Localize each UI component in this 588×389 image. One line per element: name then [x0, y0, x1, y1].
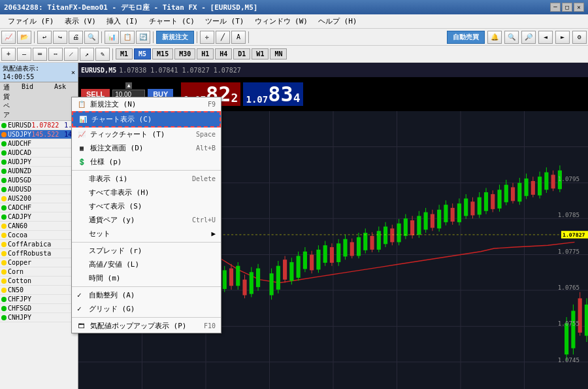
zoom-chart-button[interactable]: 🔍 — [504, 31, 519, 44]
sep2 — [101, 31, 102, 43]
new-order-button[interactable]: 新規注文 — [156, 31, 194, 44]
period-m5[interactable]: M5 — [134, 48, 151, 59]
period-h1[interactable]: H1 — [197, 48, 214, 59]
ctx-new-order[interactable]: 📋 新規注文 (N) F9 — [72, 97, 221, 111]
redo-button[interactable]: ↪ — [53, 31, 67, 44]
period-d1[interactable]: D1 — [233, 48, 250, 59]
period-h4[interactable]: H4 — [215, 48, 232, 59]
new-chart-button[interactable]: 📈 — [1, 31, 16, 44]
undo-button[interactable]: ↩ — [37, 31, 52, 44]
text-button[interactable]: A — [231, 31, 246, 44]
quote-row-chfsgd[interactable]: CHFSGD — [0, 304, 78, 313]
menu-view[interactable]: 表示 (V) — [59, 15, 102, 27]
quote-row-corn[interactable]: Corn — [0, 267, 78, 277]
zoom-in-button[interactable]: 🔍 — [84, 31, 99, 44]
quote-row-cocoa[interactable]: Cocoa — [0, 231, 78, 240]
ctx-depth[interactable]: ▦ 板注文画面 (D) Alt+B — [72, 141, 221, 155]
menu-tools[interactable]: ツール (T) — [200, 15, 250, 27]
lot-up-button[interactable]: ▲ — [125, 82, 132, 89]
close-button[interactable]: ✕ — [574, 3, 584, 12]
quote-row-audjpy[interactable]: AUDJPY — [0, 158, 78, 167]
quote-row-coffarabica[interactable]: CoffArabica — [0, 240, 78, 249]
quote-row-can60[interactable]: CAN60 — [0, 222, 78, 231]
ctx-time[interactable]: 時間 (m) — [72, 271, 221, 285]
scroll-left-button[interactable]: ◄ — [538, 31, 553, 44]
quote-row-aus200[interactable]: AUS200 — [0, 194, 78, 203]
ctx-show-all[interactable]: すべて表示 (S) — [72, 199, 221, 213]
quote-row-copper[interactable]: Copper — [0, 258, 78, 267]
period-m15[interactable]: M15 — [152, 48, 173, 59]
open-button[interactable]: 📂 — [17, 31, 31, 44]
currency-label: CN50 — [1, 286, 24, 294]
quote-row-audusd[interactable]: AUDUSD — [0, 185, 78, 194]
chart-icon: 📊 — [78, 115, 88, 124]
ctx-highlow-label: 高値/安値 (L) — [89, 260, 139, 269]
autotrade-button[interactable]: 自動売買 — [447, 31, 485, 44]
ctx-highlow[interactable]: 高値/安値 (L) — [72, 258, 221, 271]
minimize-button[interactable]: ─ — [550, 3, 561, 12]
ctx-chart-view[interactable]: 📊 チャート表示 (C) — [72, 111, 221, 127]
ctx-pair[interactable]: 通貨ペア (y) Ctrl+U — [72, 213, 221, 227]
alert-button[interactable]: 🔔 — [487, 31, 502, 44]
menu-chart[interactable]: チャート (C) — [144, 15, 201, 27]
ctx-grid-label: グリッド (G) — [89, 304, 135, 314]
quote-row-audsgd[interactable]: AUDSGD — [0, 176, 78, 185]
status-dot — [1, 224, 7, 229]
maximize-button[interactable]: □ — [562, 3, 572, 12]
channel-button[interactable]: ⟋ — [64, 48, 78, 61]
ctx-auto-arrange[interactable]: ✓ 自動整列 (A) — [72, 288, 221, 302]
draw-button[interactable]: + — [1, 48, 16, 61]
ctx-set[interactable]: セット ▶ — [72, 227, 221, 241]
ctx-popup[interactable]: 🗔 気配値ポップアップ表示 (P) F10 — [72, 319, 221, 333]
menu-insert[interactable]: 挿入 (I) — [101, 15, 144, 27]
quote-row-usdjpy[interactable]: USDJPY 145.522 145.534 — [0, 130, 78, 139]
line-button[interactable]: ╱ — [216, 31, 230, 44]
quote-row-eurusd[interactable]: EURUSD 1.07822 1.07834 — [0, 121, 78, 130]
line-tool-button[interactable]: — — [17, 48, 31, 61]
template-button[interactable]: 📋 — [120, 31, 135, 44]
crosshair-button[interactable]: ✛ — [200, 31, 214, 44]
quote-row-cadjpy[interactable]: CADJPY — [0, 212, 78, 222]
quote-row-cnhjpy[interactable]: CNHJPY — [0, 313, 78, 322]
col-currency: 通貨ペア — [1, 83, 11, 120]
label-button[interactable]: ✎ — [95, 48, 110, 61]
ctx-grid[interactable]: ✓ グリッド (G) — [72, 302, 221, 316]
quote-row-audnzd[interactable]: AUDNZD — [0, 167, 78, 176]
ctx-hide[interactable]: 非表示 (i) Delete — [72, 172, 221, 186]
period-m1[interactable]: M1 — [116, 48, 133, 59]
ctx-tick-chart[interactable]: 📈 ティックチャート (T) Space — [72, 127, 221, 141]
col-bid: Bid — [11, 83, 44, 120]
properties-button[interactable]: ⚙ — [572, 31, 587, 44]
menu-file[interactable]: ファイル (F) — [3, 15, 59, 27]
currency-label: AUDSGD — [1, 177, 31, 184]
zoom-out-chart-button[interactable]: 🔎 — [521, 31, 536, 44]
ctx-depth-shortcut: Alt+B — [196, 144, 216, 152]
ctx-sep2 — [72, 242, 221, 243]
quote-row-audcad[interactable]: AUDCAD — [0, 148, 78, 158]
currency-label: Corn — [1, 268, 24, 275]
context-menu: 📋 新規注文 (N) F9 📊 チャート表示 (C) 📈 ティックチャート (T… — [71, 97, 221, 333]
menu-window[interactable]: ウィンドウ (W) — [250, 15, 314, 27]
quote-row-chfjpy[interactable]: CHFJPY — [0, 295, 78, 304]
quote-close-button[interactable]: ✕ — [71, 69, 75, 76]
svg-text:1.0765: 1.0765 — [558, 284, 580, 291]
quote-row-cadchf[interactable]: CADCHF — [0, 203, 78, 212]
quote-row-audchf[interactable]: AUDCHF — [0, 139, 78, 148]
print-button[interactable]: 🖨 — [69, 31, 83, 44]
arrow-button[interactable]: ↗ — [80, 48, 94, 61]
fib-button[interactable]: ⋯ — [48, 48, 63, 61]
refresh-button[interactable]: 🔄 — [136, 31, 150, 44]
ctx-spread[interactable]: スプレッド (r) — [72, 244, 221, 258]
quote-row-coffrobusta[interactable]: CoffRobusta — [0, 249, 78, 258]
scroll-right-button[interactable]: ► — [555, 31, 570, 44]
period-mn[interactable]: MN — [270, 48, 287, 59]
hline-button[interactable]: ═ — [33, 48, 47, 61]
period-w1[interactable]: W1 — [252, 48, 269, 59]
quote-row-cotton[interactable]: Cotton — [0, 277, 78, 286]
quote-row-cn50[interactable]: CN50 — [0, 286, 78, 295]
period-m30[interactable]: M30 — [174, 48, 195, 59]
ctx-hide-all[interactable]: すべて非表示 (H) — [72, 186, 221, 199]
indicator-button[interactable]: 📊 — [105, 31, 119, 44]
ctx-spec[interactable]: 💲 仕様 (p) — [72, 155, 221, 169]
menu-help[interactable]: ヘルプ (H) — [313, 15, 363, 27]
